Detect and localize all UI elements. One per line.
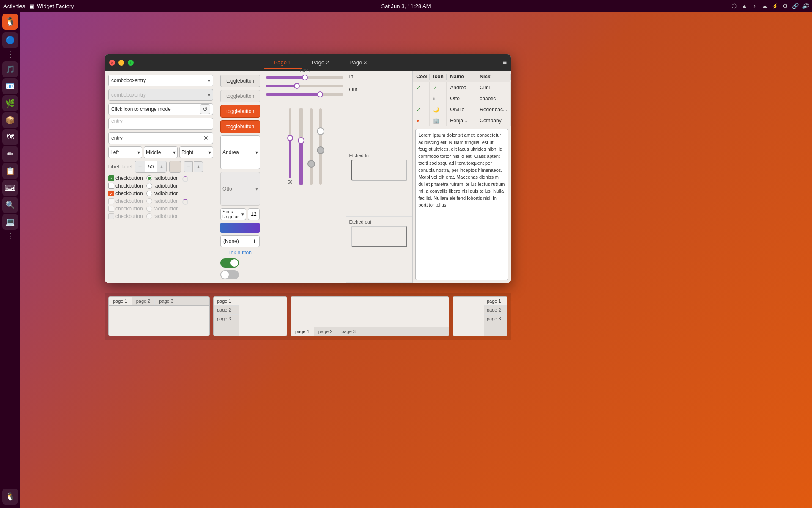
- sidebar-item-map[interactable]: 🗺: [2, 129, 18, 145]
- toggle-switch-off[interactable]: [220, 270, 239, 279]
- checkbox-3[interactable]: ✓: [108, 190, 114, 196]
- link-button[interactable]: link button: [220, 250, 260, 256]
- combobox1[interactable]: comboboxentry ▾: [108, 75, 213, 86]
- sidebar-item-bottom[interactable]: 🐧: [2, 489, 18, 505]
- sidebar-item-email[interactable]: 📧: [2, 78, 18, 94]
- sidebar-ubuntu-button[interactable]: 🐧: [2, 14, 18, 30]
- activities-label[interactable]: Activities: [3, 3, 25, 9]
- vslider2-track[interactable]: [299, 108, 303, 185]
- radio-2[interactable]: [146, 183, 152, 189]
- slider3-track[interactable]: [266, 93, 343, 96]
- nb4-tab-2[interactable]: page 2: [484, 306, 507, 315]
- slider1-track[interactable]: [266, 76, 343, 79]
- tab-page1[interactable]: Page 1: [264, 57, 302, 69]
- color-spinner-inc[interactable]: +: [194, 161, 203, 172]
- nb3-tab-2[interactable]: page 2: [314, 327, 337, 336]
- radio-item-3[interactable]: radiobutton: [146, 190, 179, 196]
- checkbox-1[interactable]: ✓: [108, 175, 114, 181]
- slider3-thumb[interactable]: [317, 91, 323, 97]
- radio-item-1[interactable]: radiobutton: [146, 175, 179, 181]
- slider1-thumb[interactable]: [302, 75, 308, 80]
- radio-1[interactable]: [146, 175, 152, 181]
- close-button[interactable]: ✕: [109, 60, 115, 66]
- nb1-tab-3[interactable]: page 3: [155, 297, 178, 305]
- color-swatch[interactable]: [169, 161, 181, 173]
- sidebar-item-search[interactable]: 🔍: [2, 197, 18, 213]
- cool-check-3: ✓: [416, 106, 421, 113]
- slider2-track[interactable]: [266, 85, 343, 87]
- nb1-tab-1[interactable]: page 1: [109, 297, 132, 305]
- nb4-tab-3[interactable]: page 3: [484, 315, 507, 323]
- entry-refresh-button[interactable]: ↺: [200, 104, 210, 114]
- hamburger-menu[interactable]: ≡: [503, 59, 507, 66]
- otto-dropdown-arrow: ▾: [255, 186, 258, 192]
- app-name-group: ▣ Widget Factory: [29, 3, 74, 9]
- radio-3[interactable]: [146, 190, 152, 196]
- sidebar-item-music[interactable]: 🎵: [2, 61, 18, 77]
- toggle-button-1[interactable]: togglebutton: [220, 75, 260, 87]
- cell-icon-4: 🏢: [430, 115, 447, 126]
- check-item-1[interactable]: ✓ checkbutton: [108, 175, 143, 181]
- volume-icon[interactable]: 🔊: [802, 3, 809, 9]
- text-area[interactable]: Lorem ipsum dolor sit amet, consectetur …: [415, 129, 508, 280]
- nb2-tab-1[interactable]: page 1: [214, 297, 239, 306]
- slider2-thumb[interactable]: [294, 83, 300, 89]
- vslider1-track[interactable]: [289, 108, 291, 178]
- tab-page3[interactable]: Page 3: [339, 57, 377, 69]
- table-row-benja[interactable]: ● 🏢 Benja... Company: [413, 115, 511, 126]
- table-row-orville[interactable]: ✓ 🌙 Orville Redenbac...: [413, 104, 511, 115]
- vslider4-thumb2[interactable]: [317, 146, 324, 154]
- color-bar[interactable]: [220, 223, 260, 233]
- tab-page2[interactable]: Page 2: [302, 57, 339, 69]
- nb2-tab-3[interactable]: page 3: [214, 315, 239, 323]
- andrea-dropdown[interactable]: Andrea ▾: [220, 135, 260, 169]
- radio-item-2[interactable]: radiobutton: [146, 183, 179, 189]
- nb3-tab-1[interactable]: page 1: [291, 327, 314, 336]
- none-value: (None): [223, 238, 239, 244]
- sidebar-item-box[interactable]: 📦: [2, 112, 18, 128]
- toggle-switch-on[interactable]: [220, 258, 239, 268]
- minimize-button[interactable]: −: [118, 60, 124, 66]
- sidebar-item-files[interactable]: 🌿: [2, 95, 18, 111]
- entry-clear-button[interactable]: ✕: [202, 134, 210, 142]
- font-size-box[interactable]: 12: [248, 208, 260, 220]
- nb1-tab-2[interactable]: page 2: [132, 297, 155, 305]
- none-dropdown[interactable]: (None) ⬆: [220, 235, 260, 247]
- sidebar-item-terminal[interactable]: 💻: [2, 214, 18, 230]
- sidebar-item-1[interactable]: 🔵: [2, 32, 18, 48]
- spinner-decrement[interactable]: −: [135, 161, 145, 172]
- vslider1-thumb[interactable]: [287, 135, 293, 141]
- toggle-button-3[interactable]: togglebutton: [220, 105, 260, 118]
- sidebar-item-edit[interactable]: ✏: [2, 146, 18, 162]
- right-dropdown[interactable]: Right ▾: [179, 146, 213, 158]
- vslider4-thumb1[interactable]: [317, 127, 324, 135]
- vslider4-track[interactable]: [319, 108, 322, 185]
- entry-clear-value: entry: [111, 135, 123, 141]
- spinner-increment[interactable]: +: [157, 161, 166, 172]
- check-item-2[interactable]: checkbutton: [108, 183, 143, 189]
- sidebar-item-notes[interactable]: 📋: [2, 163, 18, 179]
- maximize-button[interactable]: +: [128, 60, 134, 66]
- middle-dropdown[interactable]: Middle ▾: [144, 146, 178, 158]
- nb2-tab-2[interactable]: page 2: [214, 306, 239, 315]
- middle-dropdown-value: Middle: [146, 149, 161, 155]
- table-row-otto[interactable]: ℹ Otto chaotic: [413, 93, 511, 104]
- nb4-tab-1[interactable]: page 1: [484, 297, 507, 306]
- vslider3-thumb[interactable]: [307, 160, 315, 168]
- nb3-tab-3[interactable]: page 3: [337, 327, 360, 336]
- color-spinner-dec[interactable]: −: [184, 161, 193, 172]
- combobox2: comboboxentry ▾: [108, 89, 213, 101]
- entry-placeholder-field[interactable]: entry: [108, 118, 213, 130]
- cell-name-3: Orville: [447, 104, 476, 115]
- etched-in-box: [351, 160, 407, 181]
- sidebar-item-keyboard[interactable]: ⌨: [2, 180, 18, 196]
- check-item-3[interactable]: ✓ checkbutton: [108, 190, 143, 196]
- settings-icon[interactable]: ⚙: [782, 3, 788, 9]
- table-row-andrea[interactable]: ✓ ✓ Andrea Cimi: [413, 82, 511, 93]
- vslider3-track[interactable]: [310, 108, 313, 185]
- font-selector[interactable]: Sans Regular ▾: [220, 208, 246, 220]
- vslider2-thumb[interactable]: [298, 137, 304, 144]
- left-dropdown[interactable]: Left ▾: [108, 146, 142, 158]
- toggle-button-4[interactable]: togglebutton: [220, 120, 260, 133]
- checkbox-2[interactable]: [108, 183, 114, 189]
